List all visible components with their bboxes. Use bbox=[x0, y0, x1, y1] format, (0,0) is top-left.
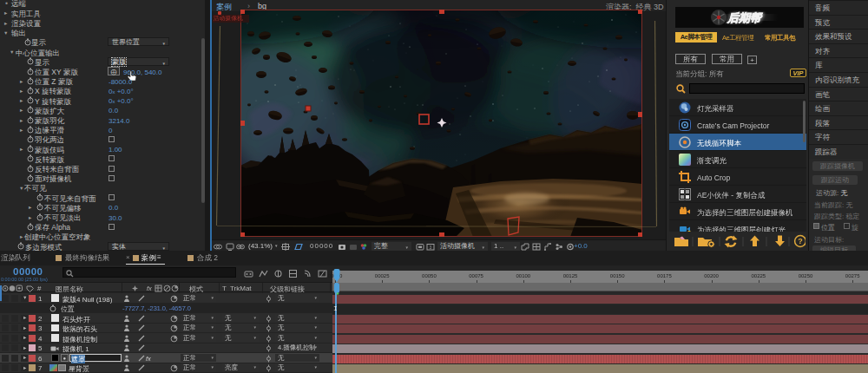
svg-text:3: 3 bbox=[430, 245, 432, 250]
svg-text:?: ? bbox=[798, 237, 803, 245]
